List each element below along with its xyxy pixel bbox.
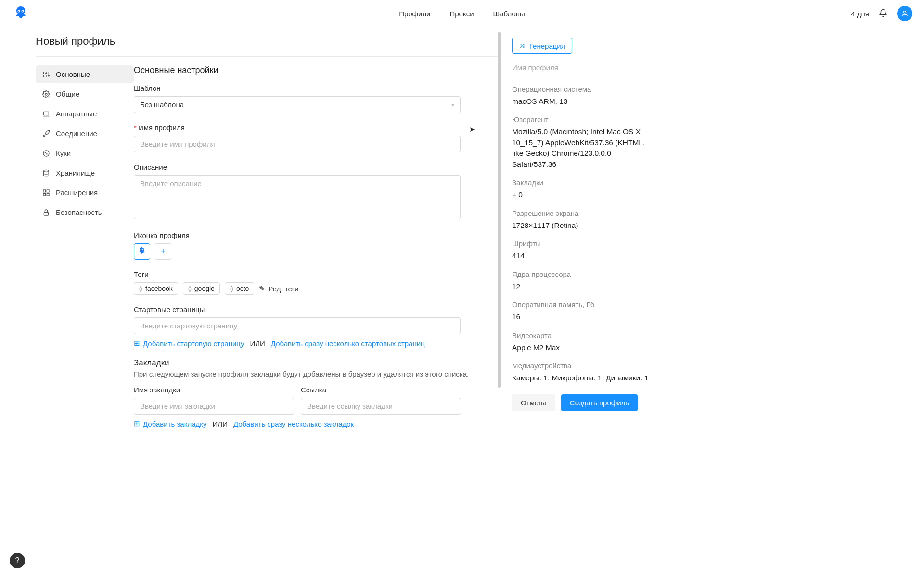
left-column: Новый профиль Основные Общие Аппаратные …: [0, 27, 500, 439]
sidebar-item-cookies[interactable]: Куки: [36, 144, 134, 162]
bookmark-link-input[interactable]: [301, 398, 461, 415]
ram-value: 16: [512, 312, 656, 322]
section-title: Основные настройки: [134, 65, 500, 75]
sidebar: Основные Общие Аппаратные Соединение Кук…: [36, 65, 134, 439]
sidebar-item-label: Расширения: [56, 188, 98, 197]
summary-panel: ⤭ Генерация Имя профиля Операционная сис…: [512, 38, 656, 392]
generate-button[interactable]: ⤭ Генерация: [512, 38, 572, 54]
add-icon-button[interactable]: +: [155, 243, 171, 260]
icon-label: Иконка профиля: [134, 231, 500, 239]
svg-rect-14: [47, 193, 49, 196]
tag-google[interactable]: ⟠google: [183, 282, 220, 295]
bookmark-name-label: Имя закладки: [134, 386, 294, 394]
avatar[interactable]: [897, 6, 912, 21]
start-pages-field: Стартовые страницы ⊞Добавить стартовую с…: [134, 305, 500, 348]
tag-facebook[interactable]: ⟠facebook: [134, 282, 178, 295]
edit-tags-button[interactable]: ✎Ред. теги: [259, 284, 298, 293]
resolution-label: Разрешение экрана: [512, 209, 656, 217]
media-label: Медиаустройства: [512, 362, 656, 370]
svg-point-4: [903, 11, 906, 13]
tags-field: Теги ⟠facebook ⟠google ⟠octo ✎Ред. теги: [134, 270, 500, 295]
sidebar-item-connection[interactable]: Соединение: [36, 125, 134, 142]
app-logo[interactable]: [12, 4, 30, 23]
resolution-value: 1728×1117 (Retina): [512, 220, 656, 231]
cores-label: Ядра процессора: [512, 270, 656, 278]
sidebar-item-main[interactable]: Основные: [36, 65, 134, 83]
lock-icon: [42, 209, 50, 216]
sidebar-item-label: Безопасность: [56, 208, 102, 216]
svg-point-10: [44, 170, 49, 172]
description-input[interactable]: [134, 175, 461, 219]
sidebar-item-extensions[interactable]: Расширения: [36, 184, 134, 201]
os-label: Операционная система: [512, 85, 656, 93]
start-page-input[interactable]: [134, 317, 461, 334]
ram-label: Оперативная память, Гб: [512, 301, 656, 309]
bookmark-link-label: Ссылка: [301, 386, 461, 394]
nav-templates[interactable]: Шаблоны: [493, 10, 525, 18]
tag-icon: ⟠: [188, 285, 192, 292]
fonts-value: 414: [512, 251, 656, 261]
description-field: Описание: [134, 163, 500, 221]
tag-text: google: [194, 285, 215, 292]
tag-icon: ⟠: [139, 285, 142, 292]
template-value: Без шаблона: [140, 101, 184, 109]
header: Профили Прокси Шаблоны 4 дня: [0, 0, 924, 27]
icon-field: Иконка профиля +: [134, 231, 500, 260]
bell-icon[interactable]: [879, 9, 887, 19]
sidebar-item-label: Основные: [56, 70, 90, 78]
gear-icon: [42, 90, 50, 98]
footer-actions: Отмена Создать профиль: [512, 394, 638, 411]
cancel-button[interactable]: Отмена: [512, 394, 555, 411]
svg-rect-13: [43, 193, 46, 196]
nav-proxies[interactable]: Прокси: [449, 10, 474, 18]
svg-point-8: [45, 152, 45, 153]
edit-tags-label: Ред. теги: [268, 285, 298, 293]
cookie-icon: [42, 150, 50, 157]
add-bookmark-label: Добавить закладку: [143, 420, 207, 428]
laptop-icon: [42, 110, 50, 118]
svg-point-5: [45, 93, 47, 95]
profile-icon-selected[interactable]: [134, 243, 150, 260]
cores-value: 12: [512, 281, 656, 292]
name-label: Имя профиля: [134, 124, 500, 132]
svg-point-16: [141, 249, 142, 251]
create-profile-button[interactable]: Создать профиль: [561, 394, 638, 411]
bulk-bookmarks-button[interactable]: Добавить сразу несколько закладок: [233, 420, 354, 428]
sidebar-item-storage[interactable]: Хранилище: [36, 164, 134, 182]
sliders-icon: [42, 71, 50, 78]
page-title: Новый профиль: [36, 27, 500, 57]
plus-icon: ⊞: [134, 339, 140, 348]
os-value: macOS ARM, 13: [512, 96, 656, 107]
add-bookmark-button[interactable]: ⊞Добавить закладку: [134, 419, 207, 428]
bookmarks-title: Закладки: [134, 358, 500, 368]
sidebar-item-general[interactable]: Общие: [36, 85, 134, 103]
plus-icon: ⊞: [134, 419, 140, 428]
bookmarks-desc: При следующем запуске профиля закладки б…: [134, 370, 500, 378]
fonts-label: Шрифты: [512, 239, 656, 248]
generate-label: Генерация: [529, 42, 565, 50]
svg-point-2: [18, 11, 19, 12]
sidebar-item-security[interactable]: Безопасность: [36, 203, 134, 221]
template-field: Шаблон Без шаблона ▾: [134, 84, 500, 113]
svg-rect-12: [47, 190, 49, 192]
template-select[interactable]: Без шаблона ▾: [134, 96, 461, 113]
bulk-start-pages-button[interactable]: Добавить сразу несколько стартовых стран…: [271, 339, 425, 348]
start-pages-label: Стартовые страницы: [134, 305, 500, 314]
sidebar-item-label: Аппаратные: [56, 110, 97, 118]
sidebar-item-hardware[interactable]: Аппаратные: [36, 105, 134, 123]
nav-profiles[interactable]: Профили: [399, 10, 430, 18]
media-value: Камеры: 1, Микрофоны: 1, Динамики: 1: [512, 373, 656, 383]
sidebar-item-label: Куки: [56, 149, 71, 157]
svg-rect-6: [44, 112, 49, 115]
bookmark-name-input[interactable]: [134, 398, 294, 415]
header-right: 4 дня: [851, 6, 912, 21]
form-area: Основные настройки Шаблон Без шаблона ▾ …: [134, 65, 500, 439]
add-start-page-button[interactable]: ⊞Добавить стартовую страницу: [134, 339, 244, 348]
tag-octo[interactable]: ⟠octo: [225, 282, 254, 295]
name-input[interactable]: [134, 136, 461, 152]
tags-label: Теги: [134, 270, 500, 278]
scrollbar[interactable]: [498, 32, 501, 388]
bookmarks-label: Закладки: [512, 178, 656, 187]
bookmarks-section: Закладки При следующем запуске профиля з…: [134, 358, 500, 428]
panel-name-placeholder: Имя профиля: [512, 63, 656, 72]
